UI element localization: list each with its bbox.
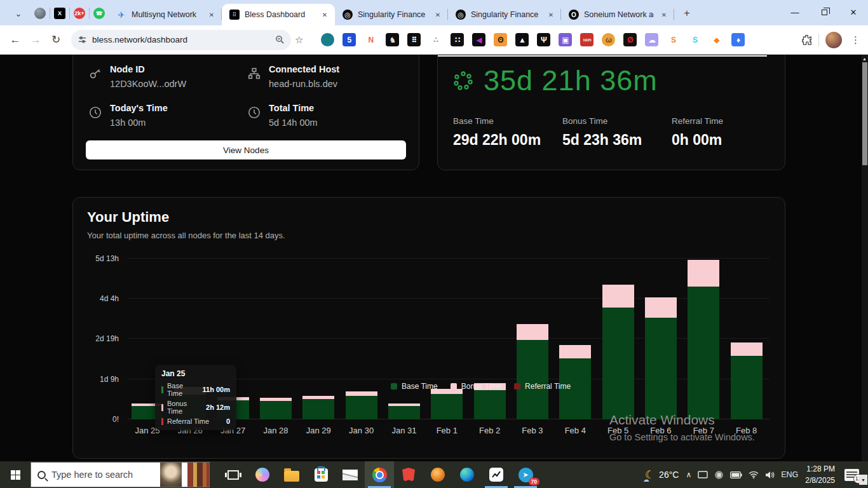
orange-app-button[interactable] — [423, 461, 452, 488]
tab-soneium-network-ad[interactable]: OSoneium Network ad✕ — [561, 4, 674, 25]
extension-bless-ext-icon[interactable]: ⠿ — [407, 33, 421, 46]
bar-feb-6[interactable] — [645, 297, 677, 419]
bar-jan-28[interactable] — [260, 398, 292, 419]
extension-cyan-s-icon[interactable]: S — [688, 33, 702, 46]
extension-five-blue-icon[interactable]: 5 — [342, 33, 356, 46]
bonus-time-segment[interactable] — [559, 345, 591, 358]
bonus-time-segment[interactable] — [346, 391, 377, 396]
pinned-tab-2k-badge[interactable]: 2k+ — [70, 4, 89, 23]
battery-icon[interactable] — [730, 471, 742, 478]
extension-metamask-icon[interactable]: ◆ — [710, 33, 723, 46]
cast-icon[interactable] — [698, 471, 708, 479]
telegram-button[interactable]: ➤70 — [511, 461, 540, 488]
taskbar-search-box[interactable]: Type here to search — [31, 462, 210, 487]
bar-jan-29[interactable] — [302, 396, 334, 419]
scrollbar-down-button[interactable]: ▼ — [859, 475, 867, 485]
search-highlight-portrait[interactable] — [160, 463, 182, 487]
base-time-segment[interactable] — [388, 406, 420, 419]
base-time-segment[interactable] — [688, 287, 719, 419]
url-text[interactable]: bless.network/dashboard — [92, 35, 270, 44]
window-restore-button[interactable] — [810, 0, 839, 24]
base-time-segment[interactable] — [731, 356, 763, 419]
chrome-button[interactable] — [365, 461, 394, 488]
extension-orange-s-icon[interactable]: S — [667, 33, 680, 46]
extension-octopus-icon[interactable]: Ψ — [537, 33, 550, 46]
extension-steps-dots-icon[interactable]: ∴ — [429, 33, 442, 46]
mail-button[interactable] — [336, 461, 365, 488]
base-time-segment[interactable] — [474, 390, 506, 419]
extension-year-1925-icon[interactable]: 1925 — [580, 33, 593, 46]
task-view-button[interactable] — [219, 461, 248, 488]
language-indicator[interactable]: ENG — [781, 470, 798, 479]
tab-multisynq-network[interactable]: ✈Multisynq Network✕ — [109, 4, 222, 25]
edge-button[interactable] — [452, 461, 482, 488]
bar-feb-7[interactable] — [688, 260, 719, 419]
brave-button[interactable] — [394, 461, 423, 488]
profile-avatar[interactable] — [825, 32, 842, 48]
bonus-time-segment[interactable] — [517, 324, 548, 340]
tab-singularity-finance[interactable]: ◎Singularity Finance - ✕ — [335, 4, 448, 25]
base-time-segment[interactable] — [517, 340, 548, 419]
base-time-segment[interactable] — [302, 399, 334, 419]
extension-phantom-icon[interactable]: ☁ — [645, 33, 658, 46]
forward-button[interactable]: → — [27, 31, 44, 49]
browser-menu-icon[interactable]: ⋮ — [848, 34, 863, 46]
scrollbar-thumb[interactable] — [862, 62, 867, 165]
bonus-time-segment[interactable] — [645, 297, 677, 318]
bonus-time-segment[interactable] — [688, 260, 719, 287]
legend-referral-time[interactable]: Referral Time — [514, 382, 571, 391]
bar-jan-31[interactable] — [388, 403, 420, 419]
legend-bonus-time[interactable]: Bonus Time — [451, 382, 501, 391]
tab-search-button[interactable]: ⌄ — [8, 4, 29, 22]
window-close-button[interactable]: ✕ — [839, 0, 868, 24]
speaker-icon[interactable] — [765, 471, 775, 479]
extension-rocket-icon[interactable]: ▲ — [515, 33, 529, 46]
new-tab-button[interactable]: + — [678, 4, 696, 22]
notification-center-button[interactable]: 11 — [844, 469, 859, 481]
base-time-segment[interactable] — [260, 401, 292, 419]
zoom-out-icon[interactable] — [275, 35, 285, 44]
pinned-tab-globe[interactable] — [31, 4, 50, 23]
bar-feb-3[interactable] — [517, 324, 548, 419]
window-minimize-button[interactable]: — — [780, 0, 810, 24]
start-button[interactable] — [0, 461, 31, 488]
tab-close-icon[interactable]: ✕ — [320, 10, 330, 20]
base-time-segment[interactable] — [431, 394, 463, 419]
weather-widget[interactable]: ☾ 26°C — [645, 468, 679, 482]
extension-prism-play-icon[interactable]: ◀ — [472, 33, 485, 46]
file-explorer-button[interactable] — [277, 461, 306, 488]
base-time-segment[interactable] — [602, 308, 634, 419]
extension-dots-grid-icon[interactable]: ∷ — [451, 33, 464, 46]
extension-black-knight-icon[interactable]: ♞ — [386, 33, 399, 46]
search-highlight-books[interactable] — [187, 463, 209, 487]
copilot-button[interactable] — [248, 461, 277, 488]
media-playing-icon[interactable] — [714, 470, 724, 480]
tray-expand-chevron[interactable]: ∧ — [686, 470, 691, 479]
address-bar[interactable]: bless.network/dashboard — [71, 30, 291, 50]
bookmark-star-icon[interactable]: ☆ — [295, 34, 303, 46]
extension-blue-drop-icon[interactable]: ♦ — [731, 33, 745, 46]
wifi-icon[interactable] — [749, 471, 759, 478]
extension-purple-wallet-icon[interactable]: ▣ — [559, 33, 572, 46]
view-nodes-button[interactable]: View Nodes — [86, 140, 406, 159]
bar-feb-1[interactable] — [431, 389, 463, 419]
page-scrollbar[interactable]: ▲ — [862, 55, 868, 461]
base-time-segment[interactable] — [645, 318, 677, 419]
extension-ocean-globe-icon[interactable] — [321, 33, 334, 46]
taskbar-clock[interactable]: 1:28 PM 2/8/2025 — [805, 463, 835, 486]
extension-n-logo-icon[interactable]: N — [364, 33, 377, 46]
extension-shiba-icon[interactable]: ω — [602, 33, 615, 46]
legend-base-time[interactable]: Base Time — [391, 382, 438, 391]
pinned-tab-whatsapp[interactable]: ☎ — [90, 4, 109, 23]
extension-orange-eye-icon[interactable]: ʘ — [494, 33, 507, 46]
base-time-segment[interactable] — [346, 396, 377, 419]
bar-feb-8[interactable] — [731, 342, 763, 419]
trading-app-button[interactable] — [482, 461, 511, 488]
tab-close-icon[interactable]: ✕ — [207, 10, 217, 20]
site-info-icon[interactable] — [78, 35, 87, 44]
bonus-time-segment[interactable] — [731, 342, 763, 356]
bonus-time-segment[interactable] — [602, 285, 634, 308]
extensions-puzzle-icon[interactable] — [801, 34, 812, 45]
bar-jan-30[interactable] — [346, 391, 377, 419]
tab-singularity-finance[interactable]: ◎Singularity Finance - ✕ — [448, 4, 561, 25]
